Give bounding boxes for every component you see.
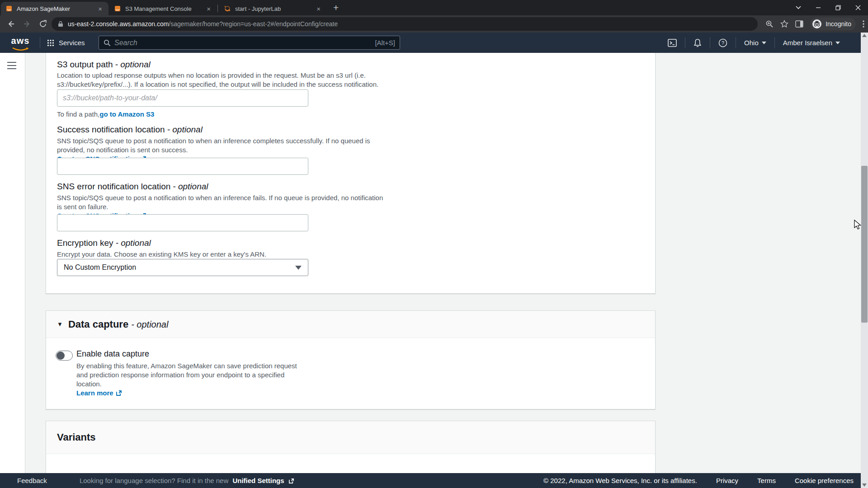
address-bar[interactable]: us-east-2.console.aws.amazon.com/sagemak… (52, 17, 758, 31)
forward-icon[interactable] (23, 19, 32, 28)
app-grid-icon (47, 39, 54, 47)
s3-output-path-input[interactable] (57, 89, 308, 107)
scrollbar-thumb[interactable] (861, 166, 868, 323)
cloudshell-icon (668, 39, 677, 47)
toggle-knob (57, 352, 65, 360)
enable-data-capture-toggle[interactable] (56, 351, 73, 361)
tab-title: start - JupyterLab (235, 5, 315, 12)
success-notification-heading: Success notification location- optional (57, 125, 203, 135)
helper-text: To find a path, (57, 110, 99, 118)
services-label: Services (59, 39, 85, 47)
language-note: Looking for language selection? Find it … (80, 477, 294, 484)
svg-text:?: ? (722, 40, 724, 46)
encryption-key-heading: Encryption key- optional (57, 238, 151, 248)
go-to-s3-link[interactable]: go to Amazon S3 (99, 110, 154, 118)
bell-icon (693, 38, 702, 47)
error-notification-input[interactable] (57, 214, 308, 231)
aws-footer: Feedback Looking for language selection?… (0, 473, 861, 488)
terms-link[interactable]: Terms (757, 477, 776, 484)
encryption-key-select[interactable]: No Custom Encryption (57, 259, 308, 276)
cookie-preferences-link[interactable]: Cookie preferences (795, 477, 854, 484)
aws-favicon-icon (114, 5, 121, 12)
field-heading: S3 output path (57, 60, 113, 69)
restore-icon[interactable] (828, 0, 848, 15)
error-notification-heading: SNS error notification location- optiona… (57, 182, 208, 192)
async-config-card: S3 output path- optional Location to upl… (46, 53, 656, 294)
tab-amazon-sagemaker[interactable]: Amazon SageMaker × (1, 2, 108, 15)
section-title: Variants (57, 432, 96, 443)
description-text: SNS topic/SQS queue to post a notificati… (57, 137, 370, 154)
scroll-down-icon[interactable] (862, 483, 867, 487)
s3-path-helper: To find a path,go to Amazon S3 (57, 110, 154, 118)
language-text: Looking for language selection? Find it … (80, 477, 228, 484)
tab-search-icon[interactable] (788, 0, 808, 15)
chevron-down-icon (295, 266, 302, 270)
new-tab-button[interactable]: + (333, 3, 339, 12)
tab-close-icon[interactable]: × (315, 5, 322, 13)
external-link-icon (288, 478, 294, 484)
tab-s3-console[interactable]: S3 Management Console × (109, 2, 217, 15)
side-panel-icon[interactable] (795, 20, 803, 28)
vertical-scrollbar[interactable] (861, 33, 868, 488)
page-content: S3 output path- optional Location to upl… (0, 53, 861, 473)
account-menu[interactable]: Amber Israelsen (775, 33, 848, 53)
region-selector[interactable]: Ohio (736, 33, 774, 53)
optional-tag: - optional (167, 125, 203, 134)
aws-favicon-icon (5, 5, 13, 12)
close-icon[interactable] (848, 0, 868, 15)
window-controls (788, 0, 868, 15)
description-text: SNS topic/SQS queue to post a notificati… (57, 194, 383, 211)
learn-more-link[interactable]: Learn more (76, 389, 122, 397)
chevron-down-icon (835, 42, 840, 44)
data-capture-description: By enabling this feature, Amazon SageMak… (76, 361, 330, 398)
privacy-link[interactable]: Privacy (716, 477, 738, 484)
tab-title: Amazon SageMaker (17, 5, 96, 12)
tab-separator (217, 5, 218, 12)
chevron-down-icon (762, 42, 766, 44)
search-input[interactable] (114, 39, 375, 47)
incognito-icon (812, 19, 822, 29)
encryption-key-description: Encrypt your data. Choose an existing KM… (57, 250, 437, 259)
data-capture-header[interactable]: ▼ Data capture- optional (46, 311, 655, 338)
jupyter-favicon-icon (224, 5, 231, 12)
external-link-icon (116, 390, 122, 396)
mouse-cursor (854, 220, 863, 230)
services-button[interactable]: Services (47, 33, 85, 53)
tab-close-icon[interactable]: × (96, 5, 104, 13)
tab-close-icon[interactable]: × (205, 5, 212, 13)
feedback-link[interactable]: Feedback (17, 477, 47, 484)
aws-logo-text: aws (11, 36, 30, 45)
aws-logo[interactable]: aws (11, 36, 30, 53)
optional-tag: - optional (115, 60, 151, 69)
minimize-icon[interactable] (808, 0, 828, 15)
browser-url-bar: us-east-2.console.aws.amazon.com/sagemak… (0, 15, 868, 33)
help-icon: ? (718, 38, 727, 47)
browser-menu-icon[interactable] (863, 20, 864, 28)
s3-output-path-description: Location to upload response outputs when… (57, 71, 437, 89)
cloudshell-button[interactable] (660, 33, 685, 53)
left-sidebar-rail (0, 53, 25, 473)
zoom-icon[interactable] (765, 20, 774, 28)
nav-search-box[interactable]: [Alt+S] (99, 36, 400, 50)
copyright-text: © 2022, Amazon Web Services, Inc. or its… (543, 477, 697, 484)
help-button[interactable]: ? (710, 33, 736, 53)
url-path: /sagemaker/home?region=us-east-2#/endpoi… (169, 20, 338, 28)
field-heading: Encryption key (57, 238, 113, 248)
reload-icon[interactable] (39, 20, 47, 28)
notifications-button[interactable] (685, 33, 710, 53)
browser-tab-bar: Amazon SageMaker × S3 Management Console… (0, 0, 868, 15)
section-title: Data capture (68, 319, 128, 330)
hamburger-menu-icon[interactable] (7, 62, 16, 71)
bookmark-star-icon[interactable] (780, 20, 788, 28)
tab-jupyterlab[interactable]: start - JupyterLab × (219, 2, 327, 15)
unified-settings-link[interactable]: Unified Settings (232, 477, 284, 484)
lock-icon (58, 21, 63, 27)
aws-smile-icon (11, 47, 29, 52)
toggle-label: Enable data capture (76, 349, 149, 359)
success-notification-input[interactable] (57, 158, 308, 175)
search-shortcut-hint: [Alt+S] (375, 39, 395, 47)
aws-top-nav: aws Services [Alt+S] ? Ohio Amber Israel… (0, 33, 861, 53)
back-icon[interactable] (6, 19, 15, 28)
region-label: Ohio (744, 39, 759, 47)
scroll-up-icon[interactable] (862, 34, 867, 37)
